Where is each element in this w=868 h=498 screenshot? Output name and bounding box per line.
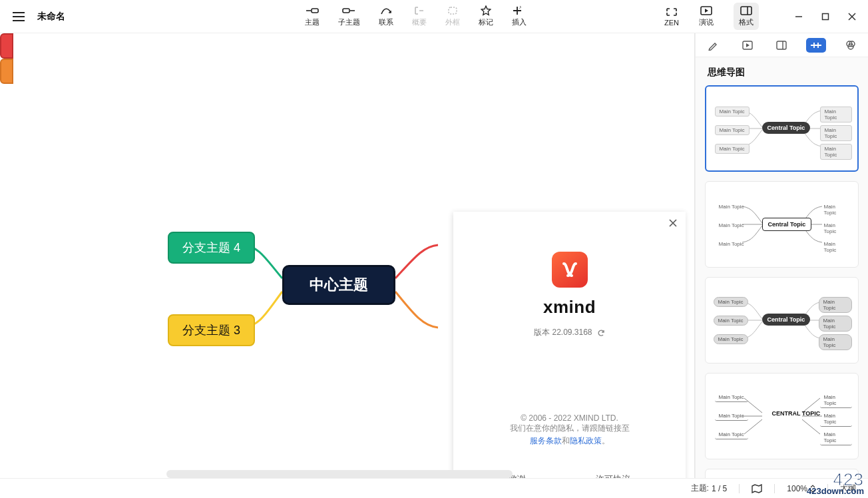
toolbar-label: 概要 [412, 17, 427, 27]
subtopic-button[interactable]: 子主题 [338, 5, 360, 27]
template-list[interactable]: Central Topic Main Topic Main Topic Main… [696, 85, 868, 478]
template-card-2[interactable]: Central Topic Main Topic Main Topic Main… [705, 181, 859, 268]
zen-icon [665, 7, 678, 17]
panel-tabs [696, 33, 868, 57]
tos-link[interactable]: 服务条款 [530, 436, 562, 445]
subtopic-icon [342, 5, 355, 16]
zen-button[interactable]: ZEN [664, 7, 679, 27]
play-icon [700, 5, 713, 16]
branch-topic-3[interactable]: 分支主题 3 [168, 314, 255, 346]
toolbar-label: 演说 [699, 17, 714, 27]
mini-main: Main Topic [820, 125, 852, 141]
summary-icon [413, 5, 426, 16]
brand-name: xmind [453, 297, 686, 318]
boundary-icon [446, 5, 459, 16]
close-dialog-icon[interactable] [668, 218, 678, 230]
horizontal-scrollbar[interactable] [166, 470, 513, 478]
topic-counter: 主题: 1 / 5 [691, 483, 728, 494]
mini-main: Main Topic [819, 316, 852, 332]
privacy-link[interactable]: 隐私政策 [570, 436, 602, 445]
relationship-icon [379, 5, 393, 16]
copyright: © 2006 - 2022 XMIND LTD. [467, 413, 672, 423]
svg-rect-7 [777, 41, 786, 49]
mini-main: Main Topic [715, 240, 748, 248]
mini-main: Main Topic [715, 125, 750, 135]
toolbar-label: 联系 [379, 17, 393, 27]
skeleton-tab-icon[interactable] [806, 38, 826, 53]
relationship-button[interactable]: 联系 [379, 5, 393, 27]
mini-main: Main Topic [715, 202, 748, 211]
mini-main: Main Topic [715, 107, 750, 117]
mini-main: Main Topic [820, 411, 852, 427]
topic-icon [306, 5, 319, 16]
svg-rect-4 [741, 7, 752, 15]
map-tab-icon[interactable] [771, 38, 791, 53]
hamburger-icon[interactable] [12, 10, 25, 23]
app-logo-icon [552, 252, 588, 288]
toolbar-label: 插入 [512, 17, 527, 27]
mini-main: Main Topic [819, 334, 852, 350]
mini-central: Central Topic [762, 218, 812, 231]
canvas-area[interactable]: 中心主题 分支主题 4 分支主题 3 xmind 版本 22.09.3168 [0, 33, 695, 478]
topic-button[interactable]: 主题 [305, 5, 320, 27]
mini-main: Main Topic [820, 202, 852, 217]
mini-main: Main Topic [714, 316, 748, 326]
version-line: 版本 22.09.3168 [453, 327, 686, 338]
privacy-intro: 我们在意你的隐私，请跟随链接至 [467, 423, 672, 434]
branch-topic-2-clipped[interactable] [0, 59, 13, 84]
marker-button[interactable]: 标记 [479, 5, 493, 27]
mini-main: Main Topic [820, 393, 852, 408]
close-icon[interactable] [845, 10, 859, 23]
mini-central: CENTRAL TOPIC [767, 408, 826, 420]
svg-rect-5 [823, 13, 829, 19]
mini-main: Main Topic [715, 393, 748, 402]
topic-label: 主题: [691, 483, 709, 494]
mini-main: Main Topic [820, 107, 852, 123]
version-label: 版本 [534, 328, 550, 337]
mini-main: Main Topic [715, 144, 750, 154]
mini-main: Main Topic [819, 297, 852, 313]
template-card-1[interactable]: Central Topic Main Topic Main Topic Main… [705, 85, 859, 172]
central-topic[interactable]: 中心主题 [282, 265, 395, 305]
style-tab-icon[interactable] [703, 38, 723, 53]
toolbar-label: 标记 [479, 17, 493, 27]
mini-central: Central Topic [762, 314, 811, 326]
zoom-control[interactable]: 100% [787, 484, 815, 493]
outline-button[interactable]: 大纲 [840, 483, 856, 494]
toolbar-label: 子主题 [338, 17, 360, 27]
star-icon [479, 5, 493, 16]
svg-rect-0 [312, 9, 318, 13]
branch-topic-1-clipped[interactable] [0, 33, 13, 59]
mini-main: Main Topic [820, 240, 852, 254]
svg-rect-1 [343, 9, 349, 13]
legal-links: 服务条款和隐私政策。 [467, 435, 672, 447]
template-card-5-partial[interactable] [705, 469, 859, 478]
format-button[interactable]: 格式 [734, 3, 759, 30]
version-number: 22.09.3168 [552, 328, 592, 337]
and-text: 和 [562, 436, 570, 445]
toolbar-label: 格式 [739, 17, 754, 27]
license-button[interactable]: 许可协议 [596, 473, 630, 478]
pitch-button[interactable]: 演说 [699, 5, 714, 27]
mini-main: Main Topic [715, 411, 748, 421]
pitch-tab-icon[interactable] [738, 38, 758, 53]
minimize-icon[interactable] [792, 10, 805, 23]
main: 中心主题 分支主题 4 分支主题 3 xmind 版本 22.09.3168 [0, 33, 868, 478]
panel-icon [740, 5, 753, 16]
map-overview-icon[interactable] [752, 484, 762, 493]
insert-button[interactable]: 插入 [512, 5, 527, 27]
plus-icon [513, 5, 526, 16]
template-card-4[interactable]: CENTRAL TOPIC Main Topic Main Topic Main… [705, 373, 859, 459]
template-card-3[interactable]: Central Topic Main Topic Main Topic Main… [705, 277, 859, 364]
document-title: 未命名 [37, 11, 65, 23]
maximize-icon[interactable] [819, 10, 832, 23]
toolbar: 未命名 主题 子主题 联系 概要 外框 标记 插入 [0, 0, 868, 33]
mini-main: Main Topic [820, 221, 852, 236]
mini-main: Main Topic [715, 221, 748, 230]
mini-main: Main Topic [714, 297, 748, 307]
boundary-button: 外框 [445, 5, 460, 27]
svg-rect-2 [449, 7, 457, 14]
branch-topic-4[interactable]: 分支主题 4 [168, 232, 255, 264]
mini-main: Main Topic [715, 430, 748, 439]
color-tab-icon[interactable] [841, 38, 861, 53]
